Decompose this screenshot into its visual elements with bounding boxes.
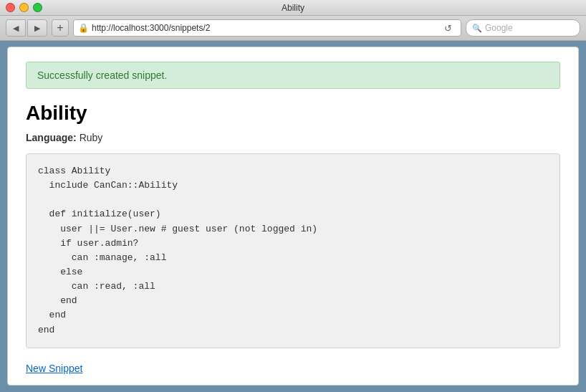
close-button[interactable] [6, 3, 15, 12]
minimize-button[interactable] [19, 3, 29, 12]
browser-toolbar: ◀ ▶ + 🔒 http://localhost:3000/snippets/2… [0, 16, 586, 41]
language-line: Language: Ruby [26, 132, 560, 143]
code-content: class Ability include CanCan::Ability de… [38, 164, 548, 338]
language-label: Language: [26, 132, 77, 143]
forward-icon: ▶ [34, 24, 40, 33]
search-icon: 🔍 [472, 24, 482, 33]
nav-buttons: ◀ ▶ [6, 19, 47, 37]
flash-message: Successfully created snippet. [26, 62, 560, 89]
title-bar: Ability [0, 0, 586, 16]
back-button[interactable]: ◀ [6, 19, 26, 37]
window-controls[interactable] [6, 3, 42, 12]
new-snippet-link[interactable]: New Snippet [26, 363, 82, 374]
url-display: http://localhost:3000/snippets/2 [92, 23, 436, 33]
maximize-button[interactable] [33, 3, 42, 12]
reload-button[interactable]: ↺ [439, 19, 456, 37]
add-tab-button[interactable]: + [52, 19, 69, 37]
window-title: Ability [282, 3, 304, 13]
search-placeholder: Google [485, 23, 513, 33]
code-block: class Ability include CanCan::Ability de… [26, 153, 560, 348]
forward-button[interactable]: ▶ [27, 19, 47, 37]
page-wrapper: Successfully created snippet. Ability La… [7, 47, 579, 386]
back-icon: ◀ [13, 24, 19, 33]
snippet-title: Ability [26, 102, 560, 125]
address-bar[interactable]: 🔒 http://localhost:3000/snippets/2 ↺ [73, 19, 461, 37]
browser-viewport: Successfully created snippet. Ability La… [0, 41, 586, 391]
flash-text: Successfully created snippet. [37, 70, 167, 81]
search-bar[interactable]: 🔍 Google [466, 19, 580, 37]
language-value: Ruby [80, 132, 103, 143]
plus-icon: + [57, 21, 63, 34]
security-icon: 🔒 [78, 23, 89, 33]
